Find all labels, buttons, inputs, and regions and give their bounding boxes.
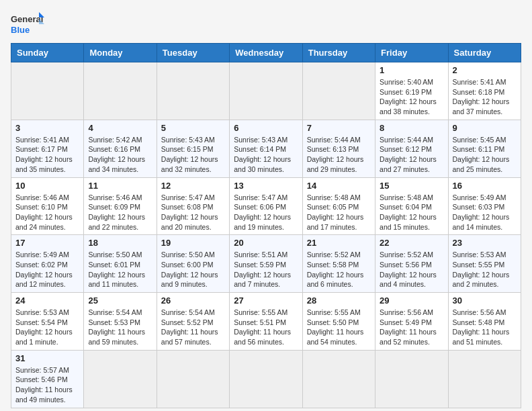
day-number: 26 [161,295,225,306]
day-number: 6 [234,123,298,133]
calendar-cell: 7Sunrise: 5:44 AM Sunset: 6:13 PM Daylig… [302,120,375,177]
calendar-cell: 3Sunrise: 5:41 AM Sunset: 6:17 PM Daylig… [11,120,84,177]
day-number: 4 [88,123,152,133]
day-info: Sunrise: 5:48 AM Sunset: 6:04 PM Dayligh… [380,193,443,232]
page-header: General Blue [11,11,521,38]
day-info: Sunrise: 5:57 AM Sunset: 5:46 PM Dayligh… [15,365,79,405]
calendar-week-row: 24Sunrise: 5:53 AM Sunset: 5:54 PM Dayli… [11,293,521,351]
day-info: Sunrise: 5:44 AM Sunset: 6:12 PM Dayligh… [380,135,443,175]
calendar-cell: 14Sunrise: 5:48 AM Sunset: 6:05 PM Dayli… [302,177,375,235]
day-info: Sunrise: 5:43 AM Sunset: 6:14 PM Dayligh… [234,135,298,175]
day-number: 10 [15,181,79,191]
day-number: 27 [234,295,298,306]
day-info: Sunrise: 5:54 AM Sunset: 5:53 PM Dayligh… [88,308,152,347]
day-info: Sunrise: 5:42 AM Sunset: 6:16 PM Dayligh… [88,135,152,175]
calendar-cell: 6Sunrise: 5:43 AM Sunset: 6:14 PM Daylig… [230,120,302,177]
day-number: 25 [88,295,152,306]
header-thursday: Thursday [302,44,375,62]
day-info: Sunrise: 5:48 AM Sunset: 6:05 PM Dayligh… [307,193,371,232]
day-info: Sunrise: 5:41 AM Sunset: 6:18 PM Dayligh… [453,77,517,117]
calendar-cell: 9Sunrise: 5:45 AM Sunset: 6:11 PM Daylig… [448,120,521,177]
day-number: 15 [380,181,443,191]
day-info: Sunrise: 5:55 AM Sunset: 5:51 PM Dayligh… [234,308,298,347]
calendar-cell: 1Sunrise: 5:40 AM Sunset: 6:19 PM Daylig… [375,62,448,120]
day-info: Sunrise: 5:47 AM Sunset: 6:06 PM Dayligh… [234,193,298,232]
day-info: Sunrise: 5:50 AM Sunset: 6:00 PM Dayligh… [161,250,225,289]
calendar-cell: 12Sunrise: 5:47 AM Sunset: 6:08 PM Dayli… [157,177,229,235]
day-info: Sunrise: 5:56 AM Sunset: 5:49 PM Dayligh… [380,308,443,347]
calendar-header-row: Sunday Monday Tuesday Wednesday Thursday… [11,44,521,62]
calendar-week-row: 1Sunrise: 5:40 AM Sunset: 6:19 PM Daylig… [11,62,521,120]
day-info: Sunrise: 5:47 AM Sunset: 6:08 PM Dayligh… [161,193,225,232]
day-info: Sunrise: 5:44 AM Sunset: 6:13 PM Dayligh… [307,135,371,175]
day-number: 3 [15,123,79,133]
day-number: 20 [234,238,298,248]
calendar-cell: 27Sunrise: 5:55 AM Sunset: 5:51 PM Dayli… [230,293,302,351]
calendar-cell: 21Sunrise: 5:52 AM Sunset: 5:58 PM Dayli… [302,235,375,293]
day-info: Sunrise: 5:53 AM Sunset: 5:55 PM Dayligh… [453,250,517,289]
calendar-cell: 25Sunrise: 5:54 AM Sunset: 5:53 PM Dayli… [84,293,157,351]
calendar-cell: 4Sunrise: 5:42 AM Sunset: 6:16 PM Daylig… [84,120,157,177]
calendar-cell: 30Sunrise: 5:56 AM Sunset: 5:48 PM Dayli… [448,293,521,351]
day-info: Sunrise: 5:41 AM Sunset: 6:17 PM Dayligh… [15,135,79,175]
day-number: 23 [453,238,517,248]
calendar-cell: 22Sunrise: 5:52 AM Sunset: 5:56 PM Dayli… [375,235,448,293]
calendar-cell [230,350,302,408]
day-number: 12 [161,181,225,191]
calendar-cell [448,350,521,408]
calendar-cell: 2Sunrise: 5:41 AM Sunset: 6:18 PM Daylig… [448,62,521,120]
calendar-cell [84,62,157,120]
day-number: 17 [15,238,79,248]
calendar-week-row: 10Sunrise: 5:46 AM Sunset: 6:10 PM Dayli… [11,177,521,235]
calendar-cell: 29Sunrise: 5:56 AM Sunset: 5:49 PM Dayli… [375,293,448,351]
logo-svg: General Blue [11,11,44,38]
day-number: 28 [307,295,371,306]
day-info: Sunrise: 5:43 AM Sunset: 6:15 PM Dayligh… [161,135,225,175]
logo: General Blue [11,11,44,38]
day-number: 22 [380,238,443,248]
day-info: Sunrise: 5:51 AM Sunset: 5:59 PM Dayligh… [234,250,298,289]
day-number: 8 [380,123,443,133]
day-info: Sunrise: 5:49 AM Sunset: 6:03 PM Dayligh… [453,193,517,232]
day-number: 30 [453,295,517,306]
calendar-cell: 20Sunrise: 5:51 AM Sunset: 5:59 PM Dayli… [230,235,302,293]
day-info: Sunrise: 5:49 AM Sunset: 6:02 PM Dayligh… [15,250,79,289]
day-info: Sunrise: 5:55 AM Sunset: 5:50 PM Dayligh… [307,308,371,347]
day-number: 29 [380,295,443,306]
calendar-cell: 8Sunrise: 5:44 AM Sunset: 6:12 PM Daylig… [375,120,448,177]
day-info: Sunrise: 5:45 AM Sunset: 6:11 PM Dayligh… [453,135,517,175]
calendar-cell [302,62,375,120]
day-number: 18 [88,238,152,248]
day-number: 13 [234,181,298,191]
day-number: 19 [161,238,225,248]
day-info: Sunrise: 5:40 AM Sunset: 6:19 PM Dayligh… [380,77,443,117]
calendar-cell [84,350,157,408]
calendar-table: Sunday Monday Tuesday Wednesday Thursday… [11,43,521,408]
day-number: 1 [380,65,443,75]
svg-marker-2 [39,12,44,17]
header-sunday: Sunday [11,44,84,62]
calendar-cell: 15Sunrise: 5:48 AM Sunset: 6:04 PM Dayli… [375,177,448,235]
day-number: 5 [161,123,225,133]
day-info: Sunrise: 5:56 AM Sunset: 5:48 PM Dayligh… [453,308,517,347]
header-monday: Monday [84,44,157,62]
calendar-cell: 11Sunrise: 5:46 AM Sunset: 6:09 PM Dayli… [84,177,157,235]
svg-text:Blue: Blue [11,25,30,35]
calendar-cell: 24Sunrise: 5:53 AM Sunset: 5:54 PM Dayli… [11,293,84,351]
calendar-cell: 17Sunrise: 5:49 AM Sunset: 6:02 PM Dayli… [11,235,84,293]
calendar-cell [375,350,448,408]
calendar-cell [157,350,229,408]
calendar-cell [230,62,302,120]
day-number: 24 [15,295,79,306]
day-info: Sunrise: 5:46 AM Sunset: 6:09 PM Dayligh… [88,193,152,232]
calendar-cell: 5Sunrise: 5:43 AM Sunset: 6:15 PM Daylig… [157,120,229,177]
calendar-week-row: 31Sunrise: 5:57 AM Sunset: 5:46 PM Dayli… [11,350,521,408]
calendar-cell: 16Sunrise: 5:49 AM Sunset: 6:03 PM Dayli… [448,177,521,235]
day-info: Sunrise: 5:46 AM Sunset: 6:10 PM Dayligh… [15,193,79,232]
calendar-cell: 23Sunrise: 5:53 AM Sunset: 5:55 PM Dayli… [448,235,521,293]
day-info: Sunrise: 5:54 AM Sunset: 5:52 PM Dayligh… [161,308,225,347]
day-info: Sunrise: 5:52 AM Sunset: 5:56 PM Dayligh… [380,250,443,289]
calendar-cell: 26Sunrise: 5:54 AM Sunset: 5:52 PM Dayli… [157,293,229,351]
day-number: 16 [453,181,517,191]
header-tuesday: Tuesday [157,44,229,62]
